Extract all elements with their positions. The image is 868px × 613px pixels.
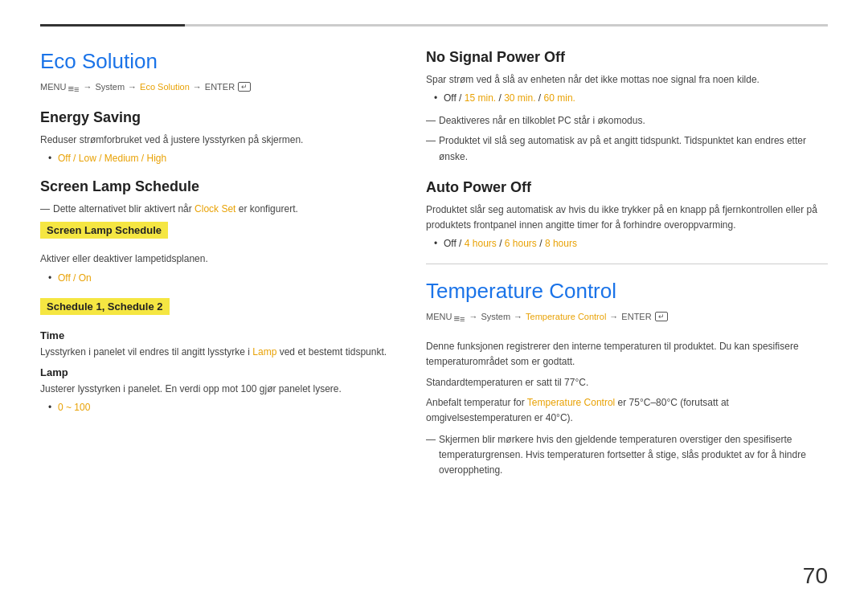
tc-body1: Denne funksjonen registrerer den interne… (426, 339, 828, 370)
no-signal-min1: 15 min. (465, 92, 496, 104)
auto-power-option: Off / 4 hours / 6 hours / 8 hours (434, 238, 828, 249)
screen-lamp-highlight: Screen Lamp Schedule (40, 222, 168, 239)
top-border-dark (40, 24, 185, 27)
schedule-highlight: Schedule 1, Schedule 2 (40, 298, 170, 315)
clock-set-link: Clock Set (194, 203, 235, 215)
tc-enter-text: ENTER (621, 312, 651, 321)
screen-lamp-option-text: Off / On (58, 272, 92, 284)
screen-lamp-option: Off / On (48, 272, 394, 284)
screen-lamp-dash: Dette alternativet blir aktivert når Clo… (40, 202, 394, 217)
tc-temp-link: Temperature Control (526, 312, 606, 321)
auto-power-body: Produktet slår seg automatisk av hvis du… (426, 202, 828, 233)
no-signal-dash2: Produktet vil slå seg automatisk av på e… (426, 133, 828, 164)
tc-body2: Standardtemperaturen er satt til 77°C. (426, 375, 828, 390)
no-signal-min2: 30 min. (504, 92, 535, 104)
screen-lamp-options-list: Off / On (40, 272, 394, 284)
menu-icon: ≡ (68, 83, 79, 92)
dash-note-pre: Dette alternativet blir aktivert når (53, 203, 194, 215)
no-signal-min3: 60 min. (544, 92, 575, 104)
menu-text: MENU (40, 82, 66, 92)
time-body: Lysstyrken i panelet vil endres til angi… (40, 345, 394, 360)
no-signal-options-list: Off / 15 min. / 30 min. / 60 min. (426, 92, 828, 104)
tc-enter-icon: ↵ (655, 312, 668, 321)
tc-body3: Anbefalt temperatur for Temperature Cont… (426, 395, 828, 426)
auto-power-h2: 6 hours (505, 238, 537, 249)
auto-power-h1: 4 hours (465, 238, 497, 249)
left-column: Eco Solution MENU ≡ → System → Eco Solut… (40, 49, 394, 493)
auto-power-sep2: / (537, 238, 545, 249)
time-subsection-title: Time (40, 329, 394, 341)
lamp-link: Lamp (252, 346, 276, 358)
energy-saving-options: Off / Low / Medium / High (40, 153, 394, 164)
lamp-options-list: 0 ~ 100 (40, 402, 394, 413)
no-signal-off: Off / (444, 92, 465, 104)
screen-lamp-section: Screen Lamp Schedule Dette alternativet … (40, 178, 394, 283)
auto-power-options-list: Off / 4 hours / 6 hours / 8 hours (426, 238, 828, 249)
lamp-option: 0 ~ 100 (48, 402, 394, 413)
energy-saving-option-text: Off / Low / Medium / High (58, 153, 166, 164)
temp-control-section: Temperature Control MENU ≡ → System → Te… (426, 279, 828, 479)
eco-solution-menu-path: MENU ≡ → System → Eco Solution → ENTER ↵ (40, 82, 394, 92)
tc-arrow2: → (514, 312, 522, 321)
lamp-option-text: 0 ~ 100 (58, 402, 90, 413)
eco-solution-link: Eco Solution (140, 82, 190, 92)
schedule-section: Schedule 1, Schedule 2 Time Lysstyrken i… (40, 298, 394, 413)
dash-note-end: er konfigurert. (235, 203, 297, 215)
enter-text: ENTER (205, 82, 235, 92)
tc-temp-highlight: Temperature Control (527, 397, 615, 408)
screen-lamp-body: Aktiver eller deaktiver lampetidsplanen. (40, 251, 394, 267)
no-signal-title: No Signal Power Off (426, 49, 828, 66)
system-link: System (95, 82, 125, 92)
temp-control-title: Temperature Control (426, 279, 828, 304)
lamp-body: Justerer lysstyrken i panelet. En verdi … (40, 382, 394, 397)
auto-power-title: Auto Power Off (426, 179, 828, 196)
right-divider (426, 264, 828, 264)
no-signal-body: Spar strøm ved å slå av enheten når det … (426, 72, 828, 88)
auto-power-h3: 8 hours (545, 238, 577, 249)
tc-arrow1: → (469, 312, 477, 321)
tc-menu-icon: ≡ (453, 313, 465, 321)
tc-menu-text: MENU (426, 312, 452, 321)
energy-saving-section: Energy Saving Reduser strømforbruket ved… (40, 109, 394, 164)
screen-lamp-title: Screen Lamp Schedule (40, 178, 394, 195)
no-signal-sep2: / (536, 92, 544, 104)
tc-system-link: System (481, 312, 510, 321)
lamp-subsection-title: Lamp (40, 366, 394, 378)
arrow3: → (193, 82, 202, 92)
eco-solution-title: Eco Solution (40, 49, 394, 74)
energy-saving-title: Energy Saving (40, 109, 394, 126)
energy-saving-body: Reduser strømforbruket ved å justere lys… (40, 133, 394, 148)
auto-power-section: Auto Power Off Produktet slår seg automa… (426, 179, 828, 249)
no-signal-sep1: / (496, 92, 504, 104)
right-column: No Signal Power Off Spar strøm ved å slå… (426, 49, 828, 493)
top-border-light (185, 24, 828, 27)
no-signal-option: Off / 15 min. / 30 min. / 60 min. (434, 92, 828, 104)
page-number: 70 (803, 563, 828, 589)
auto-power-off: Off / (444, 238, 465, 249)
tc-arrow3: → (609, 312, 618, 321)
no-signal-dash1: Deaktiveres når en tilkoblet PC står i ø… (426, 113, 828, 129)
auto-power-sep1: / (497, 238, 505, 249)
arrow2: → (128, 82, 137, 92)
arrow1: → (83, 82, 92, 92)
tc-dash: Skjermen blir mørkere hvis den gjeldende… (426, 432, 828, 479)
no-signal-section: No Signal Power Off Spar strøm ved å slå… (426, 49, 828, 165)
energy-saving-option: Off / Low / Medium / High (48, 153, 394, 164)
temp-control-menu-path: MENU ≡ → System → Temperature Control → … (426, 312, 828, 321)
enter-icon: ↵ (238, 82, 251, 92)
